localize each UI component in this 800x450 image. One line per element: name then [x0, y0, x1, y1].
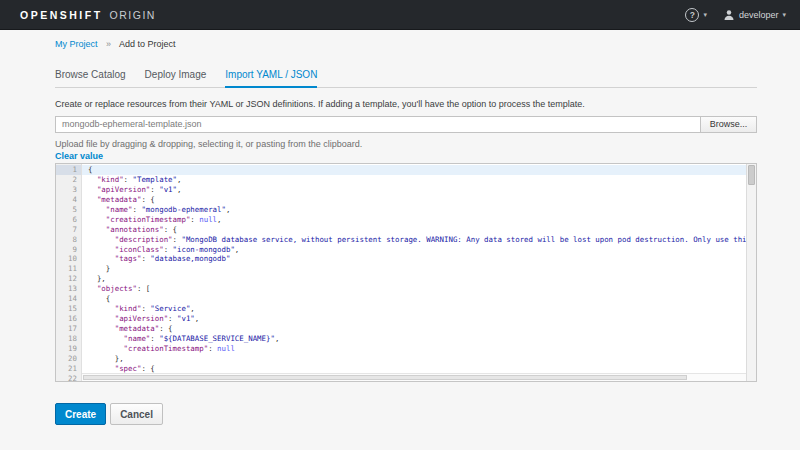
breadcrumb: My Project » Add to Project — [55, 39, 176, 49]
editor-code-area[interactable]: { "kind": "Template", "apiVersion": "v1"… — [82, 164, 746, 381]
code-line[interactable]: "metadata": { — [82, 195, 746, 205]
breadcrumb-my-project[interactable]: My Project — [55, 39, 98, 49]
line-number: 18 — [56, 334, 81, 344]
username: developer — [739, 10, 779, 20]
breadcrumb-separator-icon: » — [106, 39, 111, 49]
code-line[interactable]: "apiVersion": "v1", — [82, 314, 746, 324]
brand-primary: OPENSHIFT — [20, 9, 103, 21]
code-line[interactable]: "description": "MongoDB database service… — [82, 235, 746, 245]
code-line[interactable]: { — [82, 294, 746, 304]
help-menu[interactable]: ? ▾ — [685, 8, 707, 22]
code-line[interactable]: "metadata": { — [82, 324, 746, 334]
line-number: 19 — [56, 344, 81, 354]
upload-hint: Upload file by dragging & dropping, sele… — [55, 139, 362, 149]
line-number: 8 — [56, 235, 81, 245]
editor-gutter: 12345678910111213141516171819202122 — [56, 164, 82, 381]
file-name-input[interactable]: mongodb-ephemeral-template.json — [55, 116, 700, 133]
create-button[interactable]: Create — [55, 403, 106, 425]
chevron-down-icon: ▾ — [703, 11, 707, 18]
clear-value-link[interactable]: Clear value — [55, 151, 103, 161]
navbar-utility: ? ▾ developer ▾ — [685, 8, 786, 22]
browse-button[interactable]: Browse... — [700, 116, 757, 133]
code-line[interactable]: }, — [82, 354, 746, 364]
horizontal-scrollbar-thumb[interactable] — [83, 375, 687, 380]
line-number: 9 — [56, 245, 81, 255]
line-number: 1 — [56, 165, 81, 175]
code-line[interactable]: "creationTimestamp": null, — [82, 215, 746, 225]
code-line[interactable]: "name": "mongodb-ephemeral", — [82, 205, 746, 215]
code-line[interactable]: "creationTimestamp": null — [82, 344, 746, 354]
tab-browse-catalog[interactable]: Browse Catalog — [55, 67, 126, 87]
tab-import-yaml-json[interactable]: Import YAML / JSON — [225, 67, 317, 88]
code-line[interactable]: "iconClass": "icon-mongodb", — [82, 245, 746, 255]
tab-deploy-image[interactable]: Deploy Image — [145, 67, 207, 87]
instructions-text: Create or replace resources from their Y… — [55, 99, 585, 109]
code-line[interactable]: { — [82, 165, 746, 175]
brand-secondary: ORIGIN — [110, 9, 156, 21]
openshift-origin-logo[interactable]: OPENSHIFT ORIGIN — [20, 9, 156, 21]
line-number: 17 — [56, 324, 81, 334]
line-number: 21 — [56, 364, 81, 374]
line-number: 11 — [56, 264, 81, 274]
line-number: 12 — [56, 274, 81, 284]
line-number: 4 — [56, 195, 81, 205]
line-number: 20 — [56, 354, 81, 364]
code-line[interactable]: }, — [82, 274, 746, 284]
yaml-json-editor[interactable]: 12345678910111213141516171819202122 { "k… — [55, 163, 757, 382]
file-upload-group: mongodb-ephemeral-template.json Browse..… — [55, 116, 757, 133]
line-number: 22 — [56, 374, 81, 382]
help-icon: ? — [685, 8, 699, 22]
user-icon — [723, 9, 735, 21]
line-number: 5 — [56, 205, 81, 215]
code-line[interactable]: "kind": "Service", — [82, 304, 746, 314]
code-line[interactable]: } — [82, 264, 746, 274]
breadcrumb-current-page: Add to Project — [119, 39, 176, 49]
user-menu[interactable]: developer ▾ — [723, 9, 786, 21]
code-line[interactable]: "annotations": { — [82, 225, 746, 235]
code-line[interactable]: "objects": [ — [82, 284, 746, 294]
code-line[interactable]: "apiVersion": "v1", — [82, 185, 746, 195]
code-line[interactable]: "kind": "Template", — [82, 175, 746, 185]
vertical-scrollbar[interactable] — [746, 164, 756, 381]
line-number: 13 — [56, 284, 81, 294]
line-number: 14 — [56, 294, 81, 304]
editor-rows: { "kind": "Template", "apiVersion": "v1"… — [82, 165, 746, 381]
chevron-down-icon: ▾ — [782, 11, 786, 18]
form-actions: Create Cancel — [55, 403, 163, 425]
line-number: 10 — [56, 254, 81, 264]
vertical-scrollbar-thumb[interactable] — [748, 165, 755, 185]
code-line[interactable]: "name": "${DATABASE_SERVICE_NAME}", — [82, 334, 746, 344]
top-navbar: OPENSHIFT ORIGIN ? ▾ developer ▾ — [0, 0, 800, 30]
openshift-console: OPENSHIFT ORIGIN ? ▾ developer ▾ My Proj… — [0, 0, 800, 450]
line-number: 2 — [56, 175, 81, 185]
line-number: 16 — [56, 314, 81, 324]
cancel-button[interactable]: Cancel — [110, 403, 163, 425]
tab-bar: Browse CatalogDeploy ImageImport YAML / … — [55, 67, 757, 88]
horizontal-scrollbar[interactable] — [82, 373, 746, 381]
line-number: 3 — [56, 185, 81, 195]
line-number: 7 — [56, 225, 81, 235]
line-number: 15 — [56, 304, 81, 314]
line-number: 6 — [56, 215, 81, 225]
code-line[interactable]: "tags": "database,mongodb" — [82, 254, 746, 264]
